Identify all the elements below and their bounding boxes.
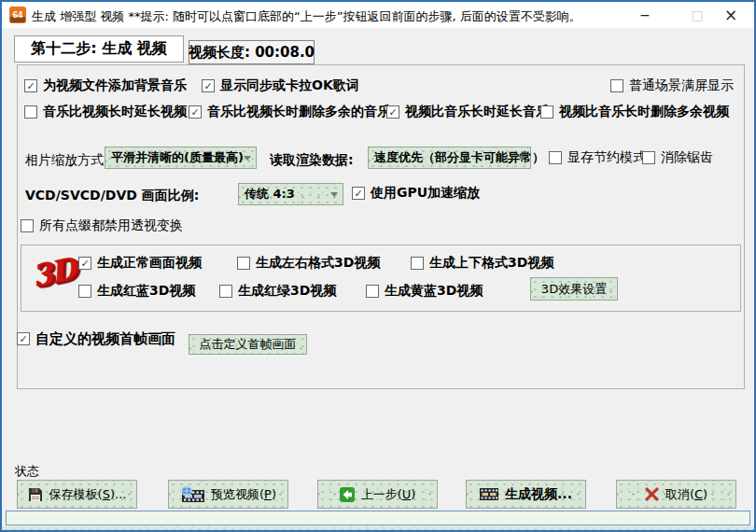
checkbox-label: 生成正常画面视频 xyxy=(97,255,202,272)
checkbox-box xyxy=(78,285,91,298)
checkbox-box xyxy=(411,257,424,270)
red-x-icon xyxy=(645,487,659,501)
checkbox-box xyxy=(366,285,379,298)
checkbox-show-lyrics[interactable]: ✓ 显示同步或卡拉OK歌词 xyxy=(202,78,359,93)
checkmark-icon: ✓ xyxy=(354,189,362,199)
checkbox-label: 生成上下格式3D视频 xyxy=(429,255,553,272)
checkbox-box xyxy=(21,219,34,232)
checkbox-label: 显存节约模式 xyxy=(567,149,646,166)
button-label: 生成视频... xyxy=(505,486,572,503)
checkbox-label: 所有点缀都禁用透视变换 xyxy=(39,217,183,234)
film-preview-icon xyxy=(180,485,204,504)
checkbox-video-longer-extend-music[interactable]: ✓ 视频比音乐长时延长音乐 xyxy=(386,105,549,119)
status-bar xyxy=(6,511,750,525)
previous-step-button[interactable]: 上一步(U) xyxy=(317,480,438,509)
video-length-box: 视频长度: 00:08.0 xyxy=(189,40,315,64)
checkbox-box xyxy=(610,79,623,92)
checkbox-box: ✓ xyxy=(189,105,202,119)
film-icon xyxy=(480,487,498,501)
checkbox-box: ✓ xyxy=(24,79,37,92)
checkbox-label: 视频比音乐长时延长音乐 xyxy=(405,104,549,120)
app-icon-badge: 64 xyxy=(9,7,26,23)
generate-video-button[interactable]: 生成视频... xyxy=(466,480,586,509)
checkmark-icon: ✓ xyxy=(203,81,212,91)
photo-scale-select[interactable]: 平滑并清晰的(质量最高) xyxy=(105,147,257,169)
checkbox-antialias[interactable]: 消除锯齿 xyxy=(642,150,713,165)
checkbox-custom-first-frame[interactable]: ✓ 自定义的视频首帧画面 xyxy=(17,331,175,346)
close-button[interactable]: × xyxy=(715,2,747,28)
chevron-down-icon xyxy=(518,156,525,161)
checkbox-box xyxy=(219,285,232,298)
preview-video-button[interactable]: 预览视频(P) xyxy=(168,480,288,509)
3d-effect-settings-button[interactable]: 3D效果设置 xyxy=(530,277,618,301)
button-label: 保存模板(S)... xyxy=(49,486,127,503)
checkbox-box: ✓ xyxy=(202,79,215,92)
checkmark-icon: ✓ xyxy=(26,81,35,91)
window-frame-bottom xyxy=(2,526,754,531)
3d-logo: 3D xyxy=(29,254,77,292)
checkbox-label: 显示同步或卡拉OK歌词 xyxy=(220,77,359,94)
floppy-icon xyxy=(28,487,43,502)
checkbox-tb-3d-video[interactable]: 生成上下格式3D视频 xyxy=(411,256,553,271)
define-first-frame-button[interactable]: 点击定义首帧画面 xyxy=(189,334,307,355)
button-label: 预览视频(P) xyxy=(211,486,276,503)
save-template-button[interactable]: 保存模板(S)... xyxy=(17,480,137,509)
step-title: 第十二步: 生成 视频 xyxy=(14,35,184,63)
chevron-down-icon xyxy=(244,156,251,161)
checkbox-label: 生成红绿3D视频 xyxy=(238,283,336,300)
checkbox-box: ✓ xyxy=(78,257,91,270)
checkmark-icon: ✓ xyxy=(190,107,199,118)
cancel-button[interactable]: 取消(C) xyxy=(616,480,736,509)
window-title: 生成 增强型 视频 **提示: 随时可以点窗口底部的“上一步”按钮返回前面的步骤… xyxy=(32,8,581,25)
checkbox-label: 普通场景满屏显示 xyxy=(629,77,734,94)
render-data-select[interactable]: 速度优先（部分显卡可能异常） xyxy=(368,147,531,169)
aspect-ratio-label: VCD/SVCD/DVD 画面比例: xyxy=(25,188,199,204)
titlebar: 64 生成 增强型 视频 **提示: 随时可以点窗口底部的“上一步”按钮返回前面… xyxy=(2,2,754,28)
checkbox-fullscreen-normal-scene[interactable]: 普通场景满屏显示 xyxy=(610,78,734,93)
aspect-ratio-select[interactable]: 传统 4:3 xyxy=(238,183,343,205)
checkbox-vram-saving[interactable]: 显存节约模式 xyxy=(549,150,646,165)
checkbox-add-bg-music[interactable]: ✓ 为视频文件添加背景音乐 xyxy=(24,78,187,93)
photo-scale-label: 相片缩放方式: xyxy=(25,152,108,169)
maximize-button: □ xyxy=(681,2,713,28)
checkbox-box: ✓ xyxy=(352,187,365,200)
checkmark-icon: ✓ xyxy=(80,259,89,269)
checkmark-icon: ✓ xyxy=(19,334,27,344)
checkbox-video-longer-trim-video[interactable]: 视频比音乐长时删除多余视频 xyxy=(540,105,729,119)
checkbox-label: 音乐比视频长时延长视频 xyxy=(43,104,187,120)
checkbox-redblue-3d-video[interactable]: 生成红蓝3D视频 xyxy=(78,284,195,299)
button-label: 上一步(U) xyxy=(361,486,416,503)
back-arrow-icon xyxy=(340,487,355,502)
checkbox-disable-perspective[interactable]: 所有点缀都禁用透视变换 xyxy=(21,218,183,233)
checkbox-normal-video[interactable]: ✓ 生成正常画面视频 xyxy=(78,256,202,271)
checkbox-label: 视频比音乐长时删除多余视频 xyxy=(559,104,729,120)
checkbox-redgreen-3d-video[interactable]: 生成红绿3D视频 xyxy=(219,284,336,299)
checkbox-lr-3d-video[interactable]: 生成左右格式3D视频 xyxy=(237,256,380,271)
minimize-button[interactable]: − xyxy=(629,2,661,28)
checkbox-label: 生成黄蓝3D视频 xyxy=(385,283,483,300)
app-icon: 64 xyxy=(9,7,26,23)
checkbox-box xyxy=(540,105,553,119)
checkbox-box xyxy=(24,105,37,119)
checkbox-music-longer-extend-video[interactable]: 音乐比视频长时延长视频 xyxy=(24,105,187,119)
checkbox-label: 自定义的视频首帧画面 xyxy=(35,330,175,348)
checkbox-box xyxy=(642,151,655,164)
checkbox-box: ✓ xyxy=(17,332,30,345)
checkbox-gpu-scaling[interactable]: ✓ 使用GPU加速缩放 xyxy=(352,186,480,201)
chevron-down-icon xyxy=(330,192,338,197)
checkbox-label: 音乐比视频长时删除多余的音乐 xyxy=(207,104,390,120)
checkbox-label: 生成红蓝3D视频 xyxy=(97,283,195,300)
dialog-window: 64 生成 增强型 视频 **提示: 随时可以点窗口底部的“上一步”按钮返回前面… xyxy=(0,0,756,532)
checkbox-box: ✓ xyxy=(386,105,399,119)
status-label: 状态 xyxy=(15,463,39,480)
checkmark-icon: ✓ xyxy=(388,107,397,118)
checkbox-box xyxy=(549,151,562,164)
select-value: 传统 4:3 xyxy=(245,186,295,203)
checkbox-yellowblue-3d-video[interactable]: 生成黄蓝3D视频 xyxy=(366,284,483,299)
checkbox-music-longer-trim-music[interactable]: ✓ 音乐比视频长时删除多余的音乐 xyxy=(189,105,390,119)
checkbox-label: 为视频文件添加背景音乐 xyxy=(43,77,187,94)
render-data-label: 读取渲染数据: xyxy=(270,152,354,169)
button-label: 取消(C) xyxy=(665,486,707,503)
checkbox-box xyxy=(237,257,250,270)
checkbox-label: 生成左右格式3D视频 xyxy=(256,255,380,272)
